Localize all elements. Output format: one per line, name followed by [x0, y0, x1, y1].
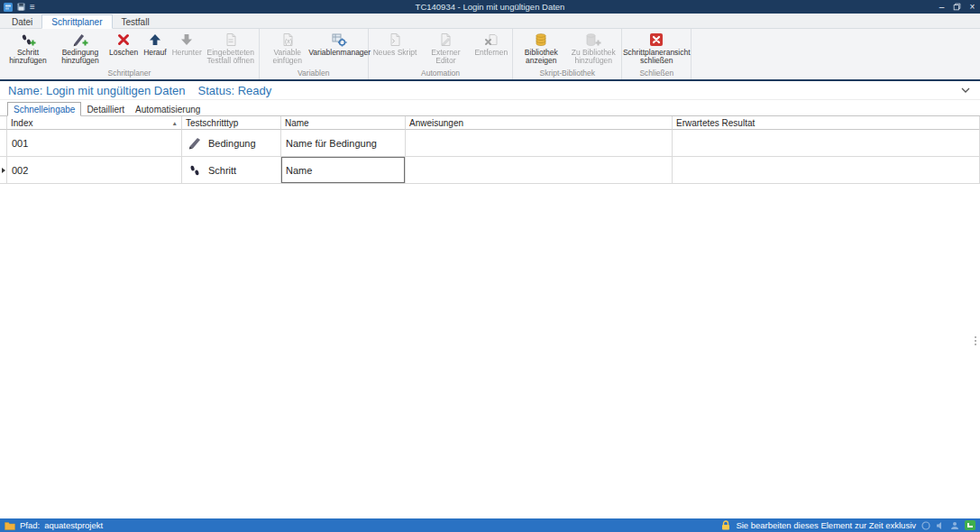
- cell-index[interactable]: 001: [7, 130, 182, 157]
- row-selector[interactable]: [0, 130, 7, 157]
- cell-name[interactable]: Name für Bedingung: [281, 130, 406, 157]
- view-tabs: Schnelleingabe Detailliert Automatisieru…: [0, 100, 980, 115]
- view-tab-automatisierung[interactable]: Automatisierung: [130, 103, 206, 115]
- ribbon-group-skript-bibliothek: Bibliothek anzeigen Zu Bibliothek hinzuf…: [513, 29, 622, 79]
- remove-script-button[interactable]: Entfernen: [472, 30, 510, 57]
- close-button[interactable]: ×: [965, 0, 980, 14]
- row-gutter-header: [0, 116, 7, 130]
- titlebar: ≡ TC140934 - Login mit ungültigen Daten …: [0, 0, 980, 14]
- step-footprints-icon: [187, 164, 203, 177]
- column-header-index[interactable]: Index ▲: [7, 116, 182, 130]
- testcase-name-label: Name: Login mit ungültigen Daten: [8, 84, 186, 97]
- condition-icon: [187, 137, 203, 150]
- restore-icon: [953, 3, 961, 11]
- ribbon-tab-testfall[interactable]: Testfall: [113, 15, 159, 28]
- new-script-icon: [388, 32, 402, 48]
- move-up-button[interactable]: Herauf: [141, 30, 169, 57]
- add-condition-icon: [72, 32, 88, 48]
- ribbon-group-label: Schrittplaner: [2, 68, 257, 79]
- collapse-chevron-icon[interactable]: [959, 86, 972, 95]
- delete-x-icon: [116, 32, 131, 48]
- add-step-icon: [20, 32, 36, 48]
- ribbon-group-label: Schließen: [624, 68, 689, 79]
- folder-icon: [5, 521, 15, 530]
- remove-x-icon: [484, 32, 499, 48]
- app-icon: [4, 3, 13, 12]
- insert-variable-icon: (x): [280, 32, 295, 48]
- ribbon-group-variablen: (x) Variable einfügen Variablenmanager V…: [260, 29, 369, 79]
- cell-index[interactable]: 002: [7, 157, 182, 184]
- open-testcase-icon: [224, 32, 238, 48]
- external-editor-icon: [438, 32, 453, 48]
- move-down-button[interactable]: Herunter: [169, 30, 205, 57]
- column-header-anweisungen[interactable]: Anweisungen: [406, 116, 673, 130]
- connection-status-icon[interactable]: [965, 520, 975, 530]
- lock-icon: [721, 520, 730, 530]
- cell-testschritttyp[interactable]: Schritt: [182, 157, 281, 184]
- panel-splitter-handle[interactable]: [973, 335, 978, 347]
- cell-erwartetes-resultat[interactable]: [673, 157, 980, 184]
- save-icon[interactable]: [17, 3, 25, 11]
- view-tab-detailliert[interactable]: Detailliert: [81, 103, 130, 115]
- ribbon-tab-schrittplaner[interactable]: Schrittplaner: [41, 14, 112, 29]
- show-library-button[interactable]: Bibliothek anzeigen: [515, 30, 567, 65]
- column-header-erwartetes-resultat[interactable]: Erwartetes Resultat: [673, 116, 980, 130]
- restore-button[interactable]: [949, 0, 965, 14]
- insert-variable-button[interactable]: (x) Variable einfügen: [261, 30, 314, 65]
- library-add-icon: [585, 32, 601, 48]
- testcase-info-bar: Name: Login mit ungültigen Daten Status:…: [0, 81, 980, 100]
- current-row-marker-icon: [2, 168, 5, 173]
- path-label: Pfad:: [20, 520, 40, 530]
- cell-name-focused[interactable]: Name: [281, 157, 406, 184]
- row-selector-active[interactable]: [0, 157, 7, 184]
- ribbon-tab-datei[interactable]: Datei: [3, 15, 41, 28]
- variable-manager-button[interactable]: Variablenmanager: [314, 30, 366, 57]
- sync-status-icon[interactable]: [921, 521, 930, 530]
- ribbon-group-schliessen: Schrittplaneransicht schließen Schließen: [622, 29, 691, 79]
- variable-manager-gear-icon: [332, 32, 347, 48]
- menu-icon[interactable]: ≡: [30, 3, 35, 12]
- ribbon-group-automation: Neues Skript Externer Editor Entfernen A…: [369, 29, 514, 79]
- new-script-button[interactable]: Neues Skript: [371, 30, 420, 57]
- ribbon-group-label: Automation: [371, 68, 511, 79]
- cell-testschritttyp[interactable]: Bedingung: [182, 130, 281, 157]
- column-header-testschritttyp[interactable]: Testschritttyp: [182, 116, 281, 130]
- arrow-down-icon: [179, 32, 194, 48]
- arrow-up-icon: [148, 32, 162, 48]
- external-editor-button[interactable]: Externer Editor: [419, 30, 472, 65]
- view-tab-schnelleingabe[interactable]: Schnelleingabe: [7, 102, 81, 116]
- ribbon-group-label: Variablen: [261, 68, 366, 79]
- delete-button[interactable]: Löschen: [106, 30, 141, 57]
- volume-icon[interactable]: [936, 521, 945, 530]
- application-window: ≡ TC140934 - Login mit ungültigen Daten …: [0, 0, 980, 532]
- ribbon-group-schrittplaner: Schritt hinzufügen Bedingung hinzufügen …: [0, 29, 260, 79]
- svg-text:(x): (x): [285, 38, 292, 45]
- sort-ascending-icon: ▲: [172, 120, 178, 126]
- ribbon-tabstrip: Datei Schrittplaner Testfall: [0, 14, 980, 29]
- cell-anweisungen[interactable]: [406, 157, 673, 184]
- test-steps-table: Index ▲ Testschritttyp Name Anweisungen …: [0, 115, 980, 184]
- cell-erwartetes-resultat[interactable]: [673, 130, 980, 157]
- empty-work-area: [0, 184, 980, 518]
- minimize-button[interactable]: –: [934, 0, 949, 14]
- user-status-icon[interactable]: [950, 521, 959, 530]
- testcase-status-label: Status: Ready: [198, 84, 272, 97]
- add-to-library-button[interactable]: Zu Bibliothek hinzufügen: [567, 30, 619, 65]
- window-title: TC140934 - Login mit ungültigen Daten: [0, 2, 980, 12]
- ribbon: Schritt hinzufügen Bedingung hinzufügen …: [0, 29, 980, 81]
- status-bar: Pfad: aquatestprojekt Sie bearbeiten die…: [0, 518, 980, 532]
- column-header-name[interactable]: Name: [281, 116, 406, 130]
- library-database-icon: [534, 32, 548, 48]
- add-condition-button[interactable]: Bedingung hinzufügen: [54, 30, 106, 65]
- path-value: aquatestprojekt: [44, 520, 103, 530]
- close-view-red-icon: [649, 32, 664, 48]
- ribbon-group-label: Skript-Bibliothek: [515, 68, 619, 79]
- open-embedded-testcase-button[interactable]: Eingebetteten Testfall öffnen: [205, 30, 257, 65]
- cell-anweisungen[interactable]: [406, 130, 673, 157]
- add-step-button[interactable]: Schritt hinzufügen: [2, 30, 54, 65]
- close-step-planner-button[interactable]: Schrittplaneransicht schließen: [624, 30, 689, 65]
- lock-message: Sie bearbeiten dieses Element zur Zeit e…: [736, 520, 916, 530]
